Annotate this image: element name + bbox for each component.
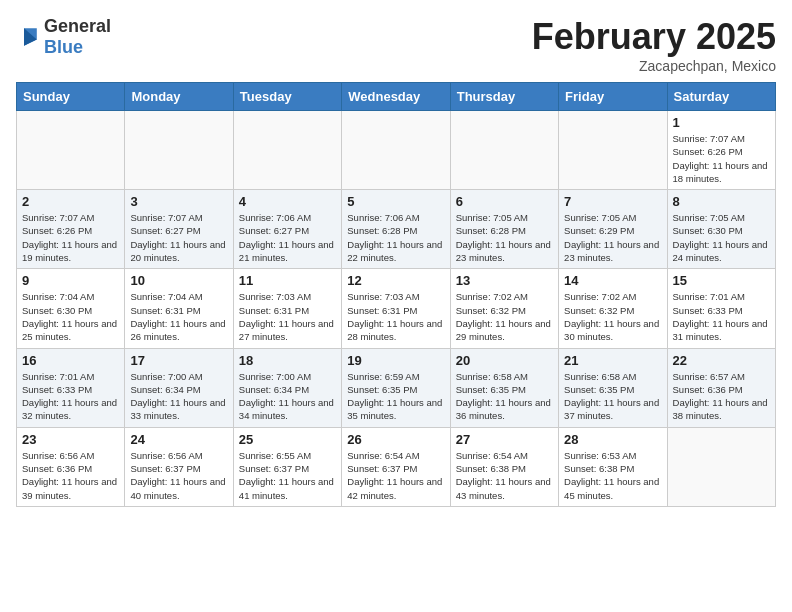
- day-info: Sunrise: 7:03 AM Sunset: 6:31 PM Dayligh…: [347, 290, 444, 343]
- calendar-day-cell: 1Sunrise: 7:07 AM Sunset: 6:26 PM Daylig…: [667, 111, 775, 190]
- day-number: 7: [564, 194, 661, 209]
- calendar-day-cell: 25Sunrise: 6:55 AM Sunset: 6:37 PM Dayli…: [233, 427, 341, 506]
- weekday-header: Sunday: [17, 83, 125, 111]
- calendar-day-cell: 19Sunrise: 6:59 AM Sunset: 6:35 PM Dayli…: [342, 348, 450, 427]
- calendar-week-row: 16Sunrise: 7:01 AM Sunset: 6:33 PM Dayli…: [17, 348, 776, 427]
- calendar-day-cell: 6Sunrise: 7:05 AM Sunset: 6:28 PM Daylig…: [450, 190, 558, 269]
- calendar-day-cell: 26Sunrise: 6:54 AM Sunset: 6:37 PM Dayli…: [342, 427, 450, 506]
- day-number: 21: [564, 353, 661, 368]
- weekday-header: Saturday: [667, 83, 775, 111]
- title-area: February 2025 Zacapechpan, Mexico: [532, 16, 776, 74]
- day-number: 20: [456, 353, 553, 368]
- logo-blue: Blue: [44, 37, 83, 57]
- day-number: 3: [130, 194, 227, 209]
- weekday-header: Monday: [125, 83, 233, 111]
- day-info: Sunrise: 6:58 AM Sunset: 6:35 PM Dayligh…: [564, 370, 661, 423]
- location-subtitle: Zacapechpan, Mexico: [532, 58, 776, 74]
- day-info: Sunrise: 6:54 AM Sunset: 6:38 PM Dayligh…: [456, 449, 553, 502]
- day-info: Sunrise: 6:55 AM Sunset: 6:37 PM Dayligh…: [239, 449, 336, 502]
- day-info: Sunrise: 7:05 AM Sunset: 6:30 PM Dayligh…: [673, 211, 770, 264]
- logo-general: General: [44, 16, 111, 36]
- calendar-day-cell: 15Sunrise: 7:01 AM Sunset: 6:33 PM Dayli…: [667, 269, 775, 348]
- logo: General Blue: [16, 16, 111, 58]
- day-info: Sunrise: 7:07 AM Sunset: 6:27 PM Dayligh…: [130, 211, 227, 264]
- calendar-day-cell: 2Sunrise: 7:07 AM Sunset: 6:26 PM Daylig…: [17, 190, 125, 269]
- day-number: 12: [347, 273, 444, 288]
- day-info: Sunrise: 7:06 AM Sunset: 6:27 PM Dayligh…: [239, 211, 336, 264]
- day-info: Sunrise: 7:00 AM Sunset: 6:34 PM Dayligh…: [239, 370, 336, 423]
- weekday-header: Thursday: [450, 83, 558, 111]
- day-number: 15: [673, 273, 770, 288]
- calendar-day-cell: [125, 111, 233, 190]
- day-number: 5: [347, 194, 444, 209]
- day-info: Sunrise: 6:53 AM Sunset: 6:38 PM Dayligh…: [564, 449, 661, 502]
- calendar-day-cell: 14Sunrise: 7:02 AM Sunset: 6:32 PM Dayli…: [559, 269, 667, 348]
- calendar-day-cell: 23Sunrise: 6:56 AM Sunset: 6:36 PM Dayli…: [17, 427, 125, 506]
- calendar-week-row: 1Sunrise: 7:07 AM Sunset: 6:26 PM Daylig…: [17, 111, 776, 190]
- day-number: 17: [130, 353, 227, 368]
- calendar-day-cell: 27Sunrise: 6:54 AM Sunset: 6:38 PM Dayli…: [450, 427, 558, 506]
- day-number: 9: [22, 273, 119, 288]
- day-number: 11: [239, 273, 336, 288]
- calendar-day-cell: 4Sunrise: 7:06 AM Sunset: 6:27 PM Daylig…: [233, 190, 341, 269]
- calendar-day-cell: 5Sunrise: 7:06 AM Sunset: 6:28 PM Daylig…: [342, 190, 450, 269]
- calendar-day-cell: 22Sunrise: 6:57 AM Sunset: 6:36 PM Dayli…: [667, 348, 775, 427]
- day-info: Sunrise: 6:58 AM Sunset: 6:35 PM Dayligh…: [456, 370, 553, 423]
- day-info: Sunrise: 6:59 AM Sunset: 6:35 PM Dayligh…: [347, 370, 444, 423]
- calendar-day-cell: 18Sunrise: 7:00 AM Sunset: 6:34 PM Dayli…: [233, 348, 341, 427]
- day-info: Sunrise: 6:56 AM Sunset: 6:37 PM Dayligh…: [130, 449, 227, 502]
- calendar-week-row: 9Sunrise: 7:04 AM Sunset: 6:30 PM Daylig…: [17, 269, 776, 348]
- day-info: Sunrise: 7:03 AM Sunset: 6:31 PM Dayligh…: [239, 290, 336, 343]
- day-number: 8: [673, 194, 770, 209]
- calendar-day-cell: 16Sunrise: 7:01 AM Sunset: 6:33 PM Dayli…: [17, 348, 125, 427]
- day-info: Sunrise: 6:54 AM Sunset: 6:37 PM Dayligh…: [347, 449, 444, 502]
- calendar-day-cell: [667, 427, 775, 506]
- calendar-day-cell: 7Sunrise: 7:05 AM Sunset: 6:29 PM Daylig…: [559, 190, 667, 269]
- calendar-day-cell: [17, 111, 125, 190]
- day-number: 10: [130, 273, 227, 288]
- calendar-week-row: 23Sunrise: 6:56 AM Sunset: 6:36 PM Dayli…: [17, 427, 776, 506]
- calendar-day-cell: 11Sunrise: 7:03 AM Sunset: 6:31 PM Dayli…: [233, 269, 341, 348]
- day-number: 2: [22, 194, 119, 209]
- day-number: 19: [347, 353, 444, 368]
- page-header: General Blue February 2025 Zacapechpan, …: [16, 16, 776, 74]
- calendar-day-cell: 10Sunrise: 7:04 AM Sunset: 6:31 PM Dayli…: [125, 269, 233, 348]
- calendar-day-cell: [233, 111, 341, 190]
- calendar-table: SundayMondayTuesdayWednesdayThursdayFrid…: [16, 82, 776, 507]
- day-number: 26: [347, 432, 444, 447]
- day-info: Sunrise: 7:06 AM Sunset: 6:28 PM Dayligh…: [347, 211, 444, 264]
- calendar-day-cell: [559, 111, 667, 190]
- calendar-day-cell: [342, 111, 450, 190]
- day-info: Sunrise: 7:05 AM Sunset: 6:29 PM Dayligh…: [564, 211, 661, 264]
- calendar-day-cell: 13Sunrise: 7:02 AM Sunset: 6:32 PM Dayli…: [450, 269, 558, 348]
- day-info: Sunrise: 7:01 AM Sunset: 6:33 PM Dayligh…: [22, 370, 119, 423]
- day-number: 23: [22, 432, 119, 447]
- day-number: 14: [564, 273, 661, 288]
- calendar-day-cell: 20Sunrise: 6:58 AM Sunset: 6:35 PM Dayli…: [450, 348, 558, 427]
- day-info: Sunrise: 7:07 AM Sunset: 6:26 PM Dayligh…: [22, 211, 119, 264]
- day-number: 4: [239, 194, 336, 209]
- month-title: February 2025: [532, 16, 776, 58]
- calendar-day-cell: 21Sunrise: 6:58 AM Sunset: 6:35 PM Dayli…: [559, 348, 667, 427]
- day-info: Sunrise: 7:02 AM Sunset: 6:32 PM Dayligh…: [564, 290, 661, 343]
- day-info: Sunrise: 6:57 AM Sunset: 6:36 PM Dayligh…: [673, 370, 770, 423]
- calendar-day-cell: [450, 111, 558, 190]
- day-number: 25: [239, 432, 336, 447]
- day-number: 27: [456, 432, 553, 447]
- calendar-week-row: 2Sunrise: 7:07 AM Sunset: 6:26 PM Daylig…: [17, 190, 776, 269]
- day-info: Sunrise: 7:04 AM Sunset: 6:30 PM Dayligh…: [22, 290, 119, 343]
- day-number: 18: [239, 353, 336, 368]
- calendar-day-cell: 28Sunrise: 6:53 AM Sunset: 6:38 PM Dayli…: [559, 427, 667, 506]
- day-info: Sunrise: 7:00 AM Sunset: 6:34 PM Dayligh…: [130, 370, 227, 423]
- day-info: Sunrise: 7:01 AM Sunset: 6:33 PM Dayligh…: [673, 290, 770, 343]
- day-number: 1: [673, 115, 770, 130]
- day-number: 6: [456, 194, 553, 209]
- day-info: Sunrise: 7:04 AM Sunset: 6:31 PM Dayligh…: [130, 290, 227, 343]
- day-number: 22: [673, 353, 770, 368]
- weekday-header: Friday: [559, 83, 667, 111]
- day-info: Sunrise: 7:05 AM Sunset: 6:28 PM Dayligh…: [456, 211, 553, 264]
- calendar-day-cell: 9Sunrise: 7:04 AM Sunset: 6:30 PM Daylig…: [17, 269, 125, 348]
- calendar-day-cell: 12Sunrise: 7:03 AM Sunset: 6:31 PM Dayli…: [342, 269, 450, 348]
- logo-text: General Blue: [44, 16, 111, 58]
- day-info: Sunrise: 6:56 AM Sunset: 6:36 PM Dayligh…: [22, 449, 119, 502]
